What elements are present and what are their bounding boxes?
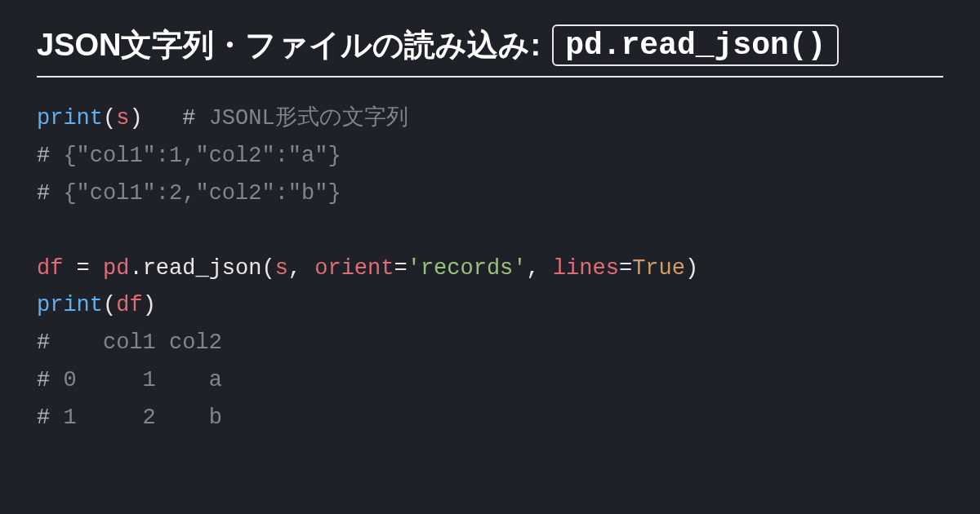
code-line-4: df = pd.read_json(s, orient='records', l… — [37, 256, 698, 281]
code-line-5: print(df) — [37, 293, 156, 317]
code-line-1: print(s) # JSONL形式の文字列 — [37, 106, 408, 131]
code-line-7: # 0 1 a — [37, 368, 222, 392]
code-line-8: # 1 2 b — [37, 405, 222, 430]
code-line-3: # {"col1":2,"col2":"b"} — [37, 181, 341, 206]
code-line-2: # {"col1":1,"col2":"a"} — [37, 144, 341, 168]
code-block: print(s) # JSONL形式の文字列 # {"col1":1,"col2… — [37, 100, 943, 437]
page-title-code: pd.read_json() — [552, 24, 839, 66]
header: JSON文字列・ファイルの読み込み: pd.read_json() — [37, 24, 943, 78]
code-line-6: # col1 col2 — [37, 330, 222, 355]
page-title: JSON文字列・ファイルの読み込み: — [37, 24, 541, 66]
